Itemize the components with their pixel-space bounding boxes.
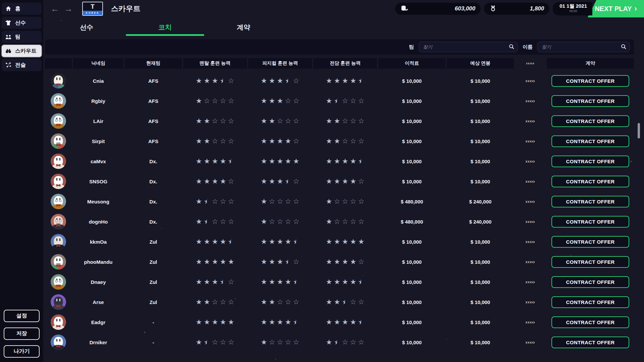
back-arrow-icon[interactable]: ← — [51, 4, 59, 13]
star-full-icon: ★ — [334, 318, 341, 326]
avatar — [51, 294, 66, 310]
star-half-icon: ★ — [220, 278, 227, 286]
sidebar-item-scout[interactable]: 스카우트 — [2, 45, 42, 57]
star-full-icon: ★ — [269, 137, 276, 145]
dedicated-stars: ★★★★☆ — [313, 177, 377, 185]
mental-stars: ★☆☆☆☆ — [183, 97, 247, 105]
star-empty-icon: ☆ — [277, 197, 284, 205]
star-full-icon: ★ — [196, 338, 203, 346]
scrollbar-thumb[interactable] — [638, 123, 640, 138]
physical-stars: ★★★★★ — [248, 157, 312, 165]
star-full-icon: ★ — [293, 157, 300, 165]
exit-button[interactable]: 나가기 — [4, 345, 40, 358]
sidebar-item-players[interactable]: 선수 — [2, 17, 42, 29]
avatar-body — [51, 305, 66, 310]
star-empty-icon: ☆ — [212, 197, 219, 205]
avatar — [51, 133, 66, 149]
avatar-eye — [59, 138, 60, 140]
header-transfer-fee: 이적료 — [378, 58, 445, 69]
star-full-icon: ★ — [220, 177, 227, 185]
contract-offer-button[interactable]: CONTRACT OFFER — [551, 176, 629, 187]
avatar-eye — [56, 77, 57, 80]
star-empty-icon: ☆ — [212, 137, 219, 145]
avatar-eye — [59, 299, 60, 301]
transfer-fee: $ 10,000 — [378, 159, 445, 164]
header-contract: 계약 — [547, 58, 634, 69]
current-team: Zul — [125, 279, 182, 285]
dedicated-stars: ★★☆☆☆ — [313, 117, 377, 125]
tab-players[interactable]: 선수 — [47, 23, 126, 36]
contract-offer-button[interactable]: CONTRACT OFFER — [551, 276, 629, 288]
shirt-icon — [5, 19, 12, 26]
tab-contracts[interactable]: 계약 — [204, 23, 283, 36]
star-empty-icon: ☆ — [228, 278, 235, 286]
contract-offer-button[interactable]: CONTRACT OFFER — [551, 337, 629, 348]
tab-coach[interactable]: 코치 — [126, 23, 204, 36]
mental-stars: ★★☆☆☆ — [183, 117, 247, 125]
contract-offer-button[interactable]: CONTRACT OFFER — [551, 135, 629, 147]
star-half-icon: ★ — [228, 238, 235, 246]
star-empty-icon: ☆ — [358, 338, 365, 346]
contract-offer-button[interactable]: CONTRACT OFFER — [551, 196, 629, 207]
star-full-icon: ★ — [261, 218, 268, 226]
forward-arrow-icon[interactable]: → — [64, 4, 73, 13]
star-full-icon: ★ — [277, 238, 284, 246]
table-row: SNSOGDx.★★★★☆★★★★☆★★★★☆$ 10,000$ 10,000›… — [45, 171, 634, 191]
star-full-icon: ★ — [285, 157, 292, 165]
sidebar-item-tactics[interactable]: 전술 — [2, 59, 42, 71]
header-current-team: 현재팀 — [125, 58, 182, 69]
contract-offer-button[interactable]: CONTRACT OFFER — [551, 75, 629, 87]
search-strip: 팀 이름 — [45, 39, 634, 55]
tab-bar: 선수 코치 계약 — [47, 23, 644, 36]
star-empty-icon: ☆ — [285, 298, 292, 306]
save-button[interactable]: 저장 — [4, 327, 40, 340]
star-full-icon: ★ — [196, 77, 203, 85]
contract-offer-button[interactable]: CONTRACT OFFER — [551, 256, 629, 268]
name-search-input[interactable] — [537, 42, 630, 52]
contract-offer-button[interactable]: CONTRACT OFFER — [551, 95, 629, 107]
header-mental: 멘탈 훈련 능력 — [183, 58, 247, 69]
avatar-eye — [56, 158, 57, 161]
star-empty-icon: ☆ — [350, 218, 357, 226]
transfer-fee: $ 10,000 — [378, 78, 445, 84]
physical-stars: ★★★★★ — [248, 318, 312, 326]
table-row: LAirAFS★★☆☆☆★★☆☆☆★★☆☆☆$ 10,000$ 10,000››… — [45, 111, 634, 131]
star-empty-icon: ☆ — [212, 117, 219, 125]
sidebar-item-home[interactable]: 홈 — [2, 3, 42, 15]
next-play-button[interactable]: NEXT PLAY › — [588, 0, 644, 17]
star-full-icon: ★ — [196, 278, 203, 286]
coach-name: Arse — [73, 299, 123, 305]
row-chevrons: ››››› — [515, 78, 545, 83]
star-half-icon: ★ — [285, 77, 292, 85]
search-icon[interactable] — [621, 44, 627, 50]
contract-offer-button[interactable]: CONTRACT OFFER — [551, 296, 629, 308]
contract-offer-button[interactable]: CONTRACT OFFER — [551, 216, 629, 228]
star-empty-icon: ☆ — [269, 197, 276, 205]
star-full-icon: ★ — [277, 157, 284, 165]
team-search-input[interactable] — [419, 42, 518, 52]
glasses-icon — [55, 119, 62, 122]
current-team: Zul — [125, 259, 182, 265]
date-display: 01 1월 2021 00:00 — [553, 2, 592, 15]
star-full-icon: ★ — [204, 298, 211, 306]
contract-offer-button[interactable]: CONTRACT OFFER — [551, 156, 629, 167]
star-empty-icon: ☆ — [334, 197, 341, 205]
avatar — [51, 254, 66, 269]
row-chevrons: ››››› — [515, 199, 545, 204]
current-team: AFS — [125, 118, 182, 124]
star-full-icon: ★ — [334, 238, 341, 246]
contract-offer-button[interactable]: CONTRACT OFFER — [551, 115, 629, 127]
star-empty-icon: ☆ — [220, 117, 227, 125]
contract-offer-button[interactable]: CONTRACT OFFER — [551, 316, 629, 328]
row-chevrons: ››››› — [515, 118, 545, 124]
search-icon[interactable] — [508, 44, 515, 50]
star-empty-icon: ☆ — [342, 197, 349, 205]
star-full-icon: ★ — [220, 238, 227, 246]
sidebar: 홈 선수 팀 스카우트 전술 설정 저장 나가기 — [0, 0, 43, 362]
contract-offer-button[interactable]: CONTRACT OFFER — [551, 236, 629, 248]
settings-button[interactable]: 설정 — [4, 310, 40, 322]
coach-name: Drniker — [73, 340, 123, 345]
physical-stars: ★☆☆☆☆ — [248, 338, 312, 346]
transfer-fee: $ 10,000 — [378, 279, 445, 285]
sidebar-item-team[interactable]: 팀 — [2, 31, 42, 43]
